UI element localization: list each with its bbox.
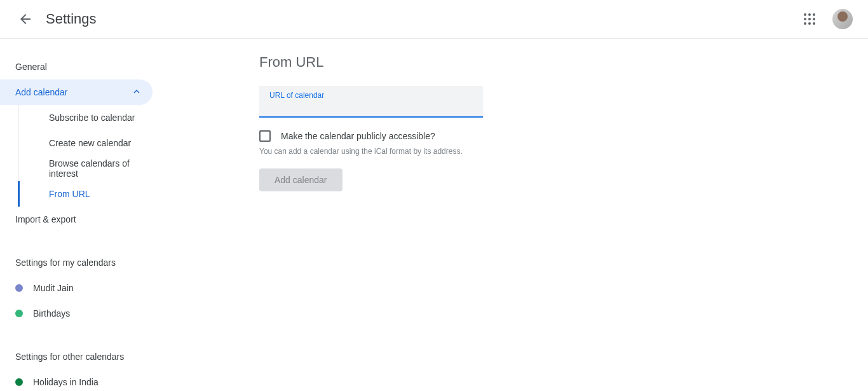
url-input[interactable] xyxy=(269,101,473,113)
sidebar-label: Import & export xyxy=(15,214,76,224)
calendar-item-mudit-jain[interactable]: Mudit Jain xyxy=(0,275,165,301)
sidebar-item-general[interactable]: General xyxy=(0,54,153,79)
arrow-back-icon xyxy=(18,11,33,27)
url-input-label: URL of calendar xyxy=(269,91,473,100)
calendar-color-dot xyxy=(15,284,23,292)
header-actions xyxy=(797,6,858,32)
svg-point-1 xyxy=(808,13,811,16)
calendar-color-dot xyxy=(15,310,23,317)
apps-grid-icon xyxy=(802,11,817,27)
svg-point-8 xyxy=(813,22,815,25)
settings-sidebar: General Add calendar Subscribe to calend… xyxy=(0,39,165,391)
sidebar-label: Subscribe to calendar xyxy=(49,113,135,123)
sidebar-item-add-calendar[interactable]: Add calendar xyxy=(0,79,153,105)
app-header: Settings xyxy=(0,0,868,39)
user-avatar[interactable] xyxy=(832,9,853,29)
section-title: From URL xyxy=(259,54,868,71)
sidebar-label: Add calendar xyxy=(15,87,68,97)
calendar-label: Birthdays xyxy=(33,308,70,319)
svg-point-0 xyxy=(804,13,806,16)
section-my-calendars-title: Settings for my calendars xyxy=(0,257,165,268)
chevron-up-icon xyxy=(131,86,142,99)
sidebar-item-subscribe[interactable]: Subscribe to calendar xyxy=(18,105,165,130)
public-checkbox-row: Make the calendar publicly accessible? xyxy=(259,130,868,142)
back-button[interactable] xyxy=(13,6,38,32)
svg-point-2 xyxy=(813,13,815,16)
sidebar-label: General xyxy=(15,62,47,72)
sidebar-label: Browse calendars of interest xyxy=(49,158,155,179)
calendar-item-birthdays[interactable]: Birthdays xyxy=(0,301,165,326)
svg-point-5 xyxy=(813,18,815,20)
calendar-item-holidays-india[interactable]: Holidays in India xyxy=(0,369,165,391)
sidebar-item-browse[interactable]: Browse calendars of interest xyxy=(18,156,165,181)
help-text: You can add a calendar using the iCal fo… xyxy=(259,147,868,156)
public-checkbox-label: Make the calendar publicly accessible? xyxy=(281,131,435,141)
page-title: Settings xyxy=(46,11,97,27)
section-other-calendars-title: Settings for other calendars xyxy=(0,352,165,362)
url-input-wrapper[interactable]: URL of calendar xyxy=(259,86,483,118)
svg-point-3 xyxy=(804,18,806,20)
sidebar-label: From URL xyxy=(49,189,90,199)
calendar-label: Mudit Jain xyxy=(33,283,74,293)
sidebar-label: Create new calendar xyxy=(49,138,131,148)
calendar-label: Holidays in India xyxy=(33,377,98,387)
svg-point-7 xyxy=(808,22,811,25)
add-calendar-button[interactable]: Add calendar xyxy=(259,168,342,191)
svg-point-6 xyxy=(804,22,806,25)
google-apps-button[interactable] xyxy=(797,6,822,32)
sidebar-item-from-url[interactable]: From URL xyxy=(18,181,165,207)
svg-point-4 xyxy=(808,18,811,20)
calendar-color-dot xyxy=(15,378,23,386)
sidebar-item-create-new[interactable]: Create new calendar xyxy=(18,130,165,156)
sidebar-item-import-export[interactable]: Import & export xyxy=(0,207,153,232)
main-content: From URL URL of calendar Make the calend… xyxy=(165,39,868,391)
content-wrapper: General Add calendar Subscribe to calend… xyxy=(0,39,868,391)
public-checkbox[interactable] xyxy=(259,130,271,142)
